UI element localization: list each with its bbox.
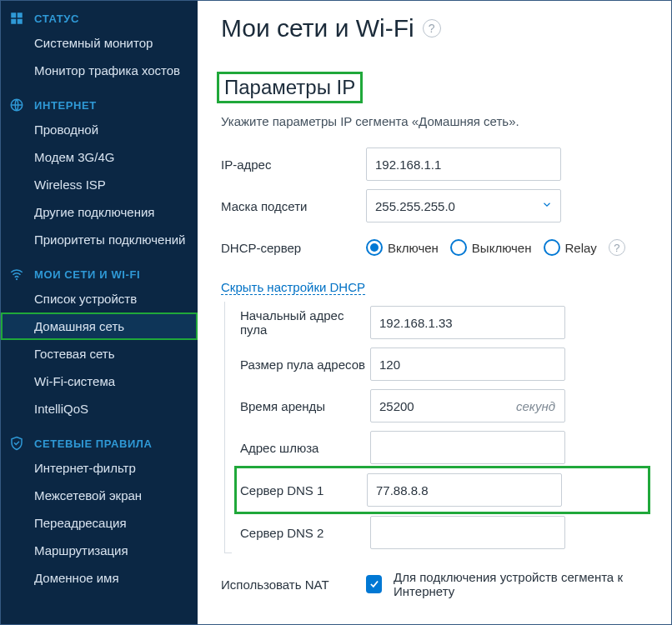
section-ip-desc: Укажите параметры IP сегмента «Домашняя … xyxy=(221,114,648,128)
dhcp-opt-relay[interactable]: Relay xyxy=(544,239,597,256)
pool-size-input[interactable] xyxy=(370,348,565,381)
globe-icon xyxy=(9,98,24,112)
label-lease: Время аренды xyxy=(240,399,367,413)
ip-input[interactable] xyxy=(366,148,561,181)
nav-header-label: ИНТЕРНЕТ xyxy=(34,99,97,112)
label-pool-start: Начальный адрес пула xyxy=(240,308,367,337)
label-pool-size: Размер пула адресов xyxy=(240,358,367,372)
sidebar-item-sysmon[interactable]: Системный монитор xyxy=(1,29,198,57)
wifi-icon xyxy=(9,267,24,282)
sidebar-item-devices[interactable]: Список устройств xyxy=(1,285,198,312)
mask-select[interactable] xyxy=(366,189,561,222)
radio-label: Включен xyxy=(388,241,439,255)
section-ip-title: Параметры IP xyxy=(221,76,359,99)
dhcp-opt-off[interactable]: Выключен xyxy=(450,239,532,256)
sidebar-item-wifi-system[interactable]: Wi-Fi-система xyxy=(1,368,198,395)
sidebar-item-other-conn[interactable]: Другие подключения xyxy=(1,198,198,226)
help-icon[interactable]: ? xyxy=(609,239,625,256)
sidebar-item-trafficmon[interactable]: Монитор трафика хостов xyxy=(1,57,198,84)
nav-header-label: СТАТУС xyxy=(34,12,79,25)
lease-unit: секунд xyxy=(516,399,555,413)
sidebar-item-intelliqos[interactable]: IntelliQoS xyxy=(1,395,198,422)
nav-header-rules[interactable]: СЕТЕВЫЕ ПРАВИЛА xyxy=(1,432,198,454)
radio-label: Выключен xyxy=(472,241,532,255)
sidebar-item-firewall[interactable]: Межсетевой экран xyxy=(1,482,198,509)
dhcp-subsection: Начальный адрес пула Размер пула адресов… xyxy=(224,302,648,553)
nat-desc: Для подключения устройств сегмента к Инт… xyxy=(394,570,648,598)
page-title: Мои сети и Wi-Fi xyxy=(221,14,414,42)
nav-header-mynet[interactable]: МОИ СЕТИ И WI-FI xyxy=(1,263,198,285)
sidebar-item-wired[interactable]: Проводной xyxy=(1,116,198,143)
svg-rect-2 xyxy=(11,19,16,24)
sidebar-item-domainname[interactable]: Доменное имя xyxy=(1,564,198,592)
gateway-input[interactable] xyxy=(370,431,565,464)
shield-icon xyxy=(9,436,24,451)
dhcp-radio-group: Включен Выключен Relay ? xyxy=(366,239,625,256)
nav-group-rules: СЕТЕВЫЕ ПРАВИЛА Интернет-фильтр Межсетев… xyxy=(1,432,198,592)
nav-group-internet: ИНТЕРНЕТ Проводной Модем 3G/4G Wireless … xyxy=(1,94,198,253)
radio-dot-icon xyxy=(366,239,383,256)
main-panel: Мои сети и Wi-Fi ? Параметры IP Укажите … xyxy=(198,1,671,624)
nav-group-status: СТАТУС Системный монитор Монитор трафика… xyxy=(1,8,198,84)
svg-rect-0 xyxy=(11,12,16,18)
sidebar-item-portforward[interactable]: Переадресация xyxy=(1,509,198,537)
nav-header-status[interactable]: СТАТУС xyxy=(1,8,198,29)
sidebar-item-modem[interactable]: Модем 3G/4G xyxy=(1,143,198,171)
nav-header-label: МОИ СЕТИ И WI-FI xyxy=(34,268,140,281)
label-mask: Маска подсети xyxy=(221,199,363,213)
nav-header-label: СЕТЕВЫЕ ПРАВИЛА xyxy=(34,438,153,450)
sidebar-item-home-network[interactable]: Домашняя сеть xyxy=(1,312,198,340)
sidebar-item-guest-network[interactable]: Гостевая сеть xyxy=(1,340,198,368)
dashboard-icon xyxy=(9,11,24,26)
sidebar-item-priorities[interactable]: Приоритеты подключений xyxy=(1,226,198,253)
label-nat: Использовать NAT xyxy=(221,578,363,592)
label-dhcp: DHCP-сервер xyxy=(221,241,363,255)
pool-start-input[interactable] xyxy=(370,306,565,339)
dhcp-opt-on[interactable]: Включен xyxy=(366,239,439,256)
dns1-input[interactable] xyxy=(367,473,562,507)
radio-dot-icon xyxy=(450,239,467,256)
label-dns2: Сервер DNS 2 xyxy=(240,526,367,540)
sidebar: СТАТУС Системный монитор Монитор трафика… xyxy=(1,1,198,624)
check-icon xyxy=(369,578,380,590)
nav-group-mynet: МОИ СЕТИ И WI-FI Список устройств Домашн… xyxy=(1,263,198,422)
nat-checkbox[interactable] xyxy=(366,575,382,593)
sidebar-item-ifilter[interactable]: Интернет-фильтр xyxy=(1,454,198,482)
radio-dot-icon xyxy=(544,239,560,256)
sidebar-item-routing[interactable]: Маршрутизация xyxy=(1,537,198,564)
radio-label: Relay xyxy=(565,241,597,255)
svg-rect-3 xyxy=(18,19,23,24)
dhcp-toggle-link[interactable]: Скрыть настройки DHCP xyxy=(221,280,365,295)
svg-point-5 xyxy=(16,278,18,280)
label-dns1: Сервер DNS 1 xyxy=(237,483,364,498)
dns1-row: Сервер DNS 1 xyxy=(237,468,648,512)
label-gateway: Адрес шлюза xyxy=(240,441,367,455)
dns2-input[interactable] xyxy=(370,516,565,549)
svg-rect-1 xyxy=(18,12,23,18)
sidebar-item-wisp[interactable]: Wireless ISP xyxy=(1,171,198,198)
help-icon[interactable]: ? xyxy=(423,19,441,38)
nav-header-internet[interactable]: ИНТЕРНЕТ xyxy=(1,94,198,116)
label-ip: IP-адрес xyxy=(221,158,363,172)
